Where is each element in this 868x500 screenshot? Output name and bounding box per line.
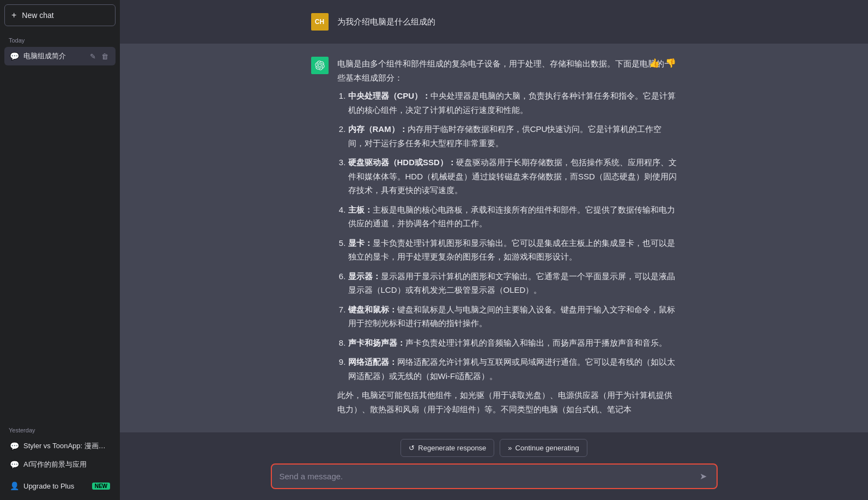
thumbs-down-button[interactable]: 👎 <box>664 57 677 69</box>
sidebar-item-styler[interactable]: 💬 Styler vs ToonApp: 漫画脸优差 <box>4 437 116 455</box>
user-avatar: CH <box>311 13 329 31</box>
delete-chat-button[interactable]: 🗑 <box>100 52 110 61</box>
yesterday-label: Yesterday <box>4 425 116 437</box>
ai-message-inner: 电脑是由多个组件和部件组成的复杂电子设备，用于处理、存储和输出数据。下面是电脑的… <box>298 57 690 420</box>
regenerate-label: Regenerate response <box>418 444 486 452</box>
chat-item-actions: ✎ 🗑 <box>88 52 110 61</box>
list-item: 主板：主板是电脑的核心电路板，承载和连接所有的组件和部件。它提供了数据传输和电力… <box>348 203 677 231</box>
list-item: 键盘和鼠标：键盘和鼠标是人与电脑之间的主要输入设备。键盘用于输入文字和命令，鼠标… <box>348 303 677 330</box>
user-message-row: CH 为我介绍电脑是什么组成的 <box>120 0 868 44</box>
message-input[interactable] <box>280 472 697 481</box>
message-input-row: ➤ <box>271 463 718 489</box>
new-chat-label: New chat <box>22 11 53 20</box>
regenerate-button[interactable]: ↺ Regenerate response <box>400 439 494 457</box>
sidebar-item-ai-writing[interactable]: 💬 AI写作的前景与应用 <box>4 455 116 474</box>
yesterday-section: Yesterday 💬 Styler vs ToonApp: 漫画脸优差 💬 A… <box>4 425 116 474</box>
thumbs-up-button[interactable]: 👍 <box>648 57 661 69</box>
list-item: 内存（RAM）：内存用于临时存储数据和程序，供CPU快速访问。它是计算机的工作空… <box>348 122 677 150</box>
today-section: Today 💬 电脑组成简介 ✎ 🗑 <box>4 35 116 65</box>
ai-writing-label: AI写作的前景与应用 <box>23 460 110 469</box>
user-message-text: 为我介绍电脑是什么组成的 <box>337 13 435 28</box>
bottom-buttons: ↺ Regenerate response » Continue generat… <box>400 439 587 457</box>
upgrade-to-plus-button[interactable]: 👤 Upgrade to Plus NEW <box>4 476 116 496</box>
chat-icon-ai: 💬 <box>10 460 19 469</box>
chat-item-label: 电脑组成简介 <box>23 51 86 61</box>
main-content: CH 为我介绍电脑是什么组成的 电脑是由多个组件和部件组成的复杂电子设备，用于处… <box>120 0 868 500</box>
continue-label: Continue generating <box>515 444 579 452</box>
list-item: 网络适配器：网络适配器允许计算机与互联网或局域网进行通信。它可以是有线的（如以太… <box>348 355 677 383</box>
plus-icon: + <box>11 10 16 20</box>
ai-intro-text: 电脑是由多个组件和部件组成的复杂电子设备，用于处理、存储和输出数据。下面是电脑的… <box>337 57 677 85</box>
new-chat-button[interactable]: + New chat <box>4 4 116 26</box>
send-icon: ➤ <box>700 471 707 481</box>
list-item: 显示器：显示器用于显示计算机的图形和文字输出。它通常是一个平面显示屏，可以是液晶… <box>348 269 677 297</box>
ai-list: 中央处理器（CPU）：中央处理器是电脑的大脑，负责执行各种计算任务和指令。它是计… <box>337 89 677 383</box>
continue-icon: » <box>508 444 512 452</box>
continue-generating-button[interactable]: » Continue generating <box>500 439 587 457</box>
bottom-area: ↺ Regenerate response » Continue generat… <box>120 432 868 500</box>
regenerate-icon: ↺ <box>409 444 415 452</box>
upgrade-label: Upgrade to Plus <box>23 482 74 490</box>
person-icon: 👤 <box>10 481 19 490</box>
ai-message-actions: ▢ 👍 👎 <box>634 57 677 69</box>
list-item: 硬盘驱动器（HDD或SSD）：硬盘驱动器用于长期存储数据，包括操作系统、应用程序… <box>348 155 677 197</box>
ai-footer-text: 此外，电脑还可能包括其他组件，如光驱（用于读取光盘）、电源供应器（用于为计算机提… <box>337 388 677 416</box>
ai-message-text: 电脑是由多个组件和部件组成的复杂电子设备，用于处理、存储和输出数据。下面是电脑的… <box>337 57 677 420</box>
user-message-inner: CH 为我介绍电脑是什么组成的 <box>298 13 690 31</box>
list-item: 中央处理器（CPU）：中央处理器是电脑的大脑，负责执行各种计算任务和指令。它是计… <box>348 89 677 117</box>
chat-icon: 💬 <box>10 52 19 61</box>
list-item: 显卡：显卡负责处理计算机图形和显示输出。它可以是集成在主板上的集成显卡，也可以是… <box>348 236 677 264</box>
ai-message-row: 电脑是由多个组件和部件组成的复杂电子设备，用于处理、存储和输出数据。下面是电脑的… <box>120 44 868 432</box>
list-item: 声卡和扬声器：声卡负责处理计算机的音频输入和输出，而扬声器用于播放声音和音乐。 <box>348 336 677 350</box>
sidebar: + New chat Today 💬 电脑组成简介 ✎ 🗑 Yesterday … <box>0 0 120 500</box>
send-button[interactable]: ➤ <box>697 470 709 483</box>
edit-chat-button[interactable]: ✎ <box>88 52 98 61</box>
copy-button[interactable]: ▢ <box>634 57 645 69</box>
sidebar-item-computer-intro[interactable]: 💬 电脑组成简介 ✎ 🗑 <box>4 47 116 65</box>
chat-icon-styler: 💬 <box>10 442 19 450</box>
ai-avatar <box>311 57 329 74</box>
styler-label: Styler vs ToonApp: 漫画脸优差 <box>23 441 110 451</box>
new-badge: NEW <box>92 483 110 490</box>
chat-area: CH 为我介绍电脑是什么组成的 电脑是由多个组件和部件组成的复杂电子设备，用于处… <box>120 0 868 432</box>
today-label: Today <box>4 35 116 47</box>
